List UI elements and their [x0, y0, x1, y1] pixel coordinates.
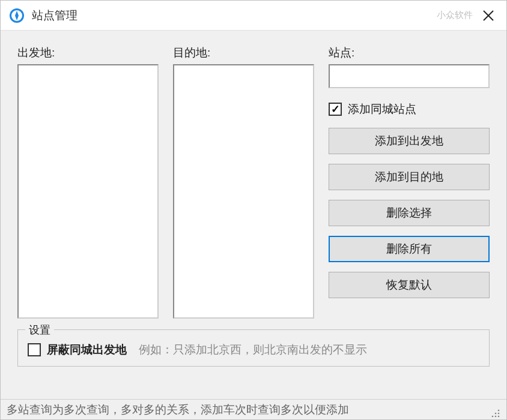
mask-departure-checkbox[interactable]	[28, 343, 41, 356]
mask-departure-label: 屏蔽同城出发地	[47, 342, 127, 358]
add-to-destination-button[interactable]: 添加到目的地	[329, 164, 490, 190]
same-city-checkbox-label: 添加同城站点	[348, 101, 416, 117]
settings-hint: 例如：只添加北京西，则北京南出发的不显示	[139, 342, 367, 358]
settings-legend: 设置	[25, 323, 54, 337]
same-city-checkbox-row[interactable]: 添加同城站点	[329, 101, 490, 117]
app-icon	[9, 8, 25, 23]
svg-point-7	[492, 416, 494, 418]
svg-point-5	[495, 416, 497, 418]
statusbar: 多站查询为多次查询，多对多的关系，添加车次时查询多次以便添加	[1, 399, 506, 419]
destination-listbox[interactable]	[173, 64, 314, 319]
delete-selected-button[interactable]: 删除选择	[329, 200, 490, 226]
svg-point-8	[495, 413, 497, 415]
settings-group: 设置 屏蔽同城出发地 例如：只添加北京西，则北京南出发的不显示	[17, 329, 490, 367]
same-city-checkbox[interactable]	[329, 103, 342, 116]
statusbar-text: 多站查询为多次查询，多对多的关系，添加车次时查询多次以便添加	[7, 402, 490, 418]
destination-label: 目的地:	[173, 45, 314, 61]
add-to-departure-button[interactable]: 添加到出发地	[329, 128, 490, 154]
close-icon	[482, 10, 494, 22]
dialog-window: 站点管理 小众软件 出发地: 目的地: 站点:	[0, 0, 507, 420]
close-button[interactable]	[479, 6, 498, 25]
station-label: 站点:	[329, 45, 490, 61]
window-title: 站点管理	[32, 8, 437, 23]
departure-column: 出发地:	[17, 45, 159, 319]
svg-point-4	[498, 416, 500, 418]
svg-point-9	[498, 410, 500, 412]
station-input[interactable]	[329, 64, 490, 88]
content-area: 出发地: 目的地: 站点: 添加同城站点 添加到出发地 添加到目的地 删除选择 …	[1, 31, 506, 399]
departure-label: 出发地:	[17, 45, 159, 61]
resize-grip[interactable]	[490, 407, 500, 418]
delete-all-button[interactable]: 删除所有	[329, 236, 490, 262]
station-column: 站点: 添加同城站点 添加到出发地 添加到目的地 删除选择 删除所有 恢复默认	[329, 45, 490, 319]
columns-row: 出发地: 目的地: 站点: 添加同城站点 添加到出发地 添加到目的地 删除选择 …	[17, 45, 490, 319]
svg-point-6	[498, 413, 500, 415]
titlebar: 站点管理 小众软件	[1, 1, 506, 31]
watermark-text: 小众软件	[437, 10, 473, 21]
departure-listbox[interactable]	[17, 64, 159, 319]
restore-default-button[interactable]: 恢复默认	[329, 272, 490, 298]
settings-row: 屏蔽同城出发地 例如：只添加北京西，则北京南出发的不显示	[28, 342, 479, 358]
destination-column: 目的地:	[173, 45, 314, 319]
